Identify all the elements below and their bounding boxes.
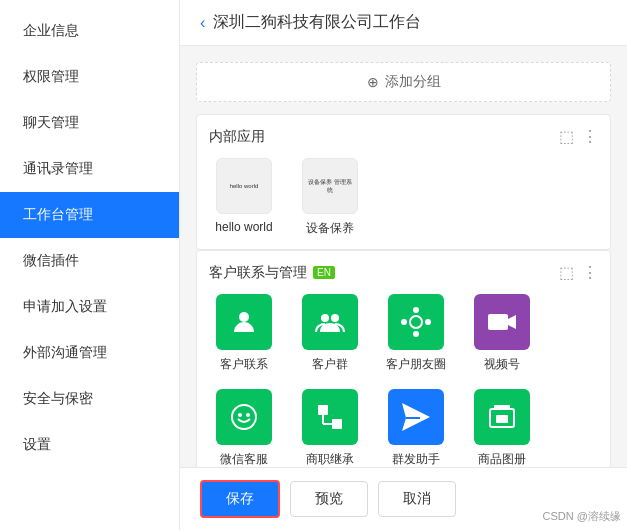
app-item-device-maintenance[interactable]: 设备保养 管理系统设备保养: [295, 158, 365, 237]
svg-point-1: [321, 314, 329, 322]
app-icon-device-maintenance: 设备保养 管理系统: [302, 158, 358, 214]
sidebar-item-workbench-management[interactable]: 工作台管理: [0, 192, 179, 238]
svg-rect-14: [332, 419, 342, 429]
section-badge: EN: [313, 266, 335, 279]
app-icon-customer-contact: [216, 294, 272, 350]
app-item-business-inherit[interactable]: 商职继承: [295, 389, 365, 467]
section-title-customer-management: 客户联系与管理EN: [209, 264, 335, 282]
app-label-mass-send: 群发助手: [392, 451, 440, 467]
app-icon-business-inherit: [302, 389, 358, 445]
app-icon-wechat-service: [216, 389, 272, 445]
app-label-hello-world: hello world: [215, 220, 272, 234]
app-label-wechat-service: 微信客服: [220, 451, 268, 467]
add-group-button[interactable]: ⊕ 添加分组: [196, 62, 611, 102]
app-item-mass-send[interactable]: 群发助手: [381, 389, 451, 467]
app-grid-internal-apps: hello worldhello world设备保养 管理系统设备保养: [209, 158, 598, 237]
header: ‹ 深圳二狗科技有限公司工作台: [180, 0, 627, 46]
sidebar-item-wechat-plugin[interactable]: 微信插件: [0, 238, 179, 284]
app-item-customer-contact[interactable]: 客户联系: [209, 294, 279, 373]
app-item-customer-group[interactable]: 客户群: [295, 294, 365, 373]
sidebar-item-permission-management[interactable]: 权限管理: [0, 54, 179, 100]
sidebar-item-contacts-management[interactable]: 通讯录管理: [0, 146, 179, 192]
app-label-device-maintenance: 设备保养: [306, 220, 354, 237]
section-header-customer-management: 客户联系与管理EN⬚⋮: [209, 263, 598, 282]
app-icon-text: hello world: [226, 178, 263, 194]
app-item-product-album[interactable]: 商品图册: [467, 389, 537, 467]
app-icon-product-album: [474, 389, 530, 445]
svg-point-0: [239, 312, 249, 322]
main-panel: ‹ 深圳二狗科技有限公司工作台 ⊕ 添加分组 内部应用⬚⋮hello world…: [180, 0, 627, 530]
svg-rect-13: [318, 405, 328, 415]
app-icon-video-channel: [474, 294, 530, 350]
sidebar-item-apply-join-settings[interactable]: 申请加入设置: [0, 284, 179, 330]
section-internal-apps: 内部应用⬚⋮hello worldhello world设备保养 管理系统设备保…: [196, 114, 611, 250]
app-icon-mass-send: [388, 389, 444, 445]
section-title-internal-apps: 内部应用: [209, 128, 265, 146]
svg-point-7: [425, 319, 431, 325]
section-title-text: 内部应用: [209, 128, 265, 146]
section-customer-management: 客户联系与管理EN⬚⋮客户联系客户群客户朋友圈视频号微信客服商职继承群发助手商品…: [196, 250, 611, 467]
preview-button[interactable]: 预览: [290, 481, 368, 517]
app-label-product-album: 商品图册: [478, 451, 526, 467]
app-item-wechat-service[interactable]: 微信客服: [209, 389, 279, 467]
app-icon-customer-group: [302, 294, 358, 350]
svg-marker-9: [508, 315, 516, 329]
svg-point-10: [232, 405, 256, 429]
sidebar-item-security-privacy[interactable]: 安全与保密: [0, 376, 179, 422]
section-title-text: 客户联系与管理: [209, 264, 307, 282]
svg-point-5: [413, 331, 419, 337]
sidebar: 企业信息权限管理聊天管理通讯录管理工作台管理微信插件申请加入设置外部沟通管理安全…: [0, 0, 180, 530]
svg-rect-8: [488, 314, 508, 330]
content-area: ⊕ 添加分组 内部应用⬚⋮hello worldhello world设备保养 …: [180, 46, 627, 467]
save-button[interactable]: 保存: [200, 480, 280, 518]
edit-icon[interactable]: ⬚: [559, 127, 574, 146]
svg-point-6: [401, 319, 407, 325]
cancel-button[interactable]: 取消: [378, 481, 456, 517]
svg-rect-21: [496, 415, 508, 423]
svg-point-3: [410, 316, 422, 328]
back-button[interactable]: ‹: [200, 14, 205, 32]
section-actions[interactable]: ⬚⋮: [559, 127, 598, 146]
app-item-customer-moments[interactable]: 客户朋友圈: [381, 294, 451, 373]
sidebar-item-external-communication[interactable]: 外部沟通管理: [0, 330, 179, 376]
app-icon-text: 设备保养 管理系统: [303, 174, 357, 199]
more-icon[interactable]: ⋮: [582, 263, 598, 282]
app-grid-customer-management: 客户联系客户群客户朋友圈视频号微信客服商职继承群发助手商品图册: [209, 294, 598, 467]
page-title: 深圳二狗科技有限公司工作台: [213, 12, 421, 33]
section-header-internal-apps: 内部应用⬚⋮: [209, 127, 598, 146]
svg-rect-20: [494, 405, 510, 409]
sidebar-item-settings[interactable]: 设置: [0, 422, 179, 468]
app-item-video-channel[interactable]: 视频号: [467, 294, 537, 373]
app-label-video-channel: 视频号: [484, 356, 520, 373]
sidebar-item-chat-management[interactable]: 聊天管理: [0, 100, 179, 146]
app-label-customer-contact: 客户联系: [220, 356, 268, 373]
more-icon[interactable]: ⋮: [582, 127, 598, 146]
svg-point-11: [238, 413, 242, 417]
app-label-customer-group: 客户群: [312, 356, 348, 373]
svg-point-2: [331, 314, 339, 322]
plus-circle-icon: ⊕: [367, 74, 379, 90]
watermark: CSDN @溶续缘: [543, 509, 621, 524]
app-label-customer-moments: 客户朋友圈: [386, 356, 446, 373]
app-label-business-inherit: 商职继承: [306, 451, 354, 467]
edit-icon[interactable]: ⬚: [559, 263, 574, 282]
section-actions[interactable]: ⬚⋮: [559, 263, 598, 282]
sidebar-item-enterprise-info[interactable]: 企业信息: [0, 8, 179, 54]
sections-container: 内部应用⬚⋮hello worldhello world设备保养 管理系统设备保…: [196, 114, 611, 467]
svg-point-4: [413, 307, 419, 313]
svg-point-12: [246, 413, 250, 417]
add-group-label: 添加分组: [385, 73, 441, 91]
app-item-hello-world[interactable]: hello worldhello world: [209, 158, 279, 237]
app-icon-hello-world: hello world: [216, 158, 272, 214]
app-icon-customer-moments: [388, 294, 444, 350]
